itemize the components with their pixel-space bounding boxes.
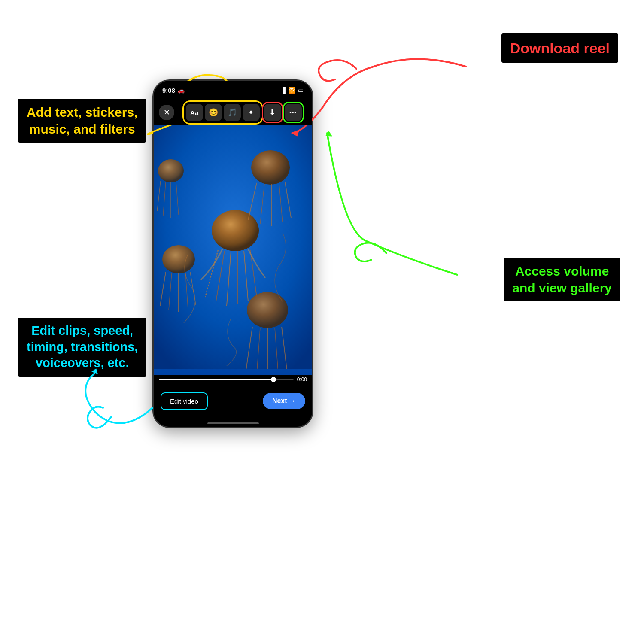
edit-video-button[interactable]: Edit video	[161, 392, 208, 410]
close-button[interactable]: ✕	[159, 105, 174, 120]
phone-mockup: 9:08 🚗 ▐ 🛜 ▭ ✕ Aa 😊 🎵	[152, 79, 313, 428]
download-reel-label: Download reel	[510, 40, 610, 56]
status-icons: ▐ 🛜 ▭	[281, 87, 304, 94]
battery-icon: ▭	[298, 87, 304, 94]
edit-clips-annotation: Edit clips, speed, timing, transitions, …	[18, 318, 146, 377]
svg-point-26	[158, 159, 184, 182]
add-text-annotation: Add text, stickers, music, and filters	[18, 99, 146, 143]
text-button[interactable]: Aa	[186, 104, 203, 121]
wifi-icon: 🛜	[288, 87, 295, 94]
video-area	[154, 125, 312, 384]
svg-point-1	[212, 210, 259, 251]
access-volume-annotation: Access volume and view gallery	[504, 258, 620, 301]
progress-thumb	[271, 377, 276, 382]
add-text-label: Add text, stickers, music, and filters	[27, 105, 137, 136]
progress-bar-container: 0:00	[154, 375, 312, 384]
bottom-bar: Edit video Next →	[154, 384, 312, 427]
download-button[interactable]: ⬇	[264, 104, 281, 121]
svg-marker-33	[325, 131, 333, 137]
status-time: 9:08 🚗	[162, 87, 185, 94]
download-reel-annotation: Download reel	[501, 33, 618, 63]
access-volume-label: Access volume and view gallery	[512, 264, 612, 295]
progress-track[interactable]	[159, 379, 294, 380]
progress-time: 0:00	[297, 377, 307, 383]
signal-icon: ▐	[281, 87, 286, 94]
effects-button[interactable]: ✦	[243, 104, 260, 121]
more-button[interactable]: •••	[285, 104, 302, 121]
next-button[interactable]: Next →	[263, 393, 305, 409]
toolbar: ✕ Aa 😊 🎵 ✦ ⬇ •••	[154, 100, 312, 125]
phone-notch	[207, 81, 259, 93]
svg-point-14	[162, 245, 195, 273]
sticker-button[interactable]: 😊	[205, 104, 222, 121]
edit-clips-label: Edit clips, speed, timing, transitions, …	[27, 324, 138, 370]
jellyfish-background	[154, 125, 312, 384]
progress-fill	[159, 379, 273, 380]
svg-point-20	[247, 292, 288, 328]
home-indicator	[207, 422, 259, 424]
toolbar-icons: Aa 😊 🎵 ✦ ⬇ •••	[179, 103, 307, 122]
music-button[interactable]: 🎵	[224, 104, 241, 121]
svg-point-8	[251, 150, 290, 185]
